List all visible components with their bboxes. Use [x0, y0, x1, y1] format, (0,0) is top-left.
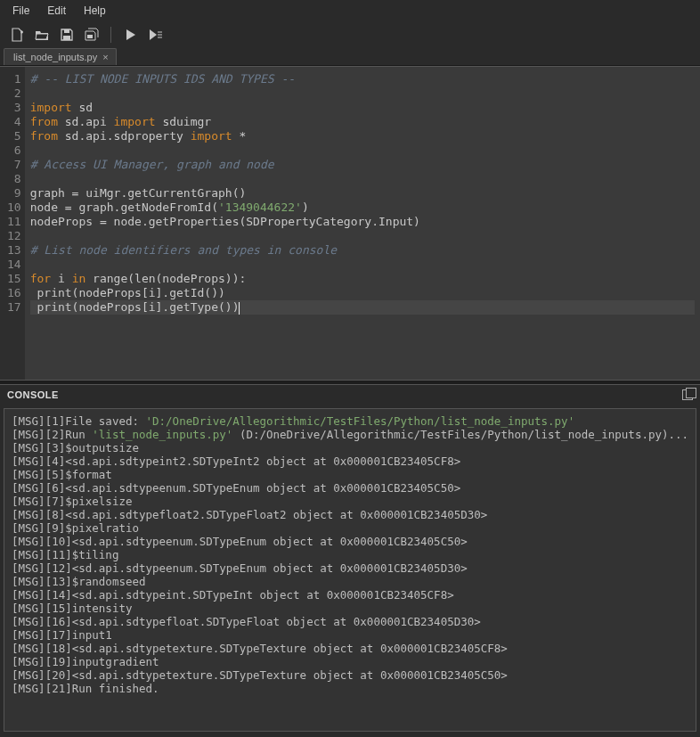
- gutter: 1234567891011121314151617: [0, 67, 25, 380]
- console-line: [MSG][11]$tiling: [12, 548, 688, 561]
- svg-rect-2: [87, 35, 93, 38]
- code-line[interactable]: # List node identifiers and types in con…: [30, 243, 695, 258]
- console-line: [MSG][16]<sd.api.sdtypefloat.SDTypeFloat…: [12, 615, 688, 628]
- save-icon[interactable]: [59, 27, 75, 43]
- console-title: CONSOLE: [7, 389, 59, 400]
- console-line: [MSG][3]$outputsize: [12, 441, 688, 454]
- run-selected-icon[interactable]: [147, 27, 163, 43]
- code-line[interactable]: nodeProps = node.getProperties(SDPropert…: [30, 215, 695, 229]
- code-line[interactable]: for i in range(len(nodeProps)):: [30, 272, 695, 286]
- line-number: 1: [7, 72, 21, 86]
- console-line: [MSG][10]<sd.api.sdtypeenum.SDTypeEnum o…: [12, 535, 688, 548]
- line-number: 4: [7, 115, 21, 129]
- console-line: [MSG][18]<sd.api.sdtypetexture.SDTypeTex…: [12, 642, 688, 655]
- line-number: 10: [7, 201, 21, 215]
- line-number: 14: [7, 258, 21, 272]
- line-number: 7: [7, 158, 21, 172]
- console-line: [MSG][8]<sd.api.sdtypefloat2.SDTypeFloat…: [12, 508, 688, 521]
- console-line: [MSG][5]$format: [12, 468, 688, 481]
- line-number: 8: [7, 172, 21, 186]
- console-line: [MSG][12]<sd.api.sdtypeenum.SDTypeEnum o…: [12, 561, 688, 575]
- code-line[interactable]: [30, 229, 695, 243]
- toolbar-separator: [110, 27, 111, 43]
- line-number: 15: [7, 272, 21, 286]
- line-number: 6: [7, 143, 21, 158]
- console-line: [MSG][15]intensity: [12, 602, 688, 615]
- caret: [239, 302, 240, 315]
- code-editor[interactable]: 1234567891011121314151617 # -- LIST NODE…: [0, 66, 700, 380]
- line-number: 5: [7, 129, 21, 143]
- code-line[interactable]: [30, 86, 695, 101]
- console-line: [MSG][9]$pixelratio: [12, 521, 688, 535]
- new-file-icon[interactable]: [9, 27, 25, 43]
- console-line: [MSG][2]Run 'list_node_inputs.py' (D:/On…: [12, 428, 688, 441]
- line-number: 11: [7, 215, 21, 229]
- code-line[interactable]: import sd: [30, 101, 695, 115]
- console-line: [MSG][14]<sd.api.sdtypeint.SDTypeInt obj…: [12, 588, 688, 602]
- code-line[interactable]: print(nodeProps[i].getId()): [30, 286, 695, 300]
- code-area[interactable]: # -- LIST NODE INPUTS IDS AND TYPES --im…: [25, 67, 700, 380]
- line-number: 2: [7, 86, 21, 101]
- toolbar: [0, 21, 700, 48]
- line-number: 3: [7, 101, 21, 115]
- console-line: [MSG][13]$randomseed: [12, 575, 688, 588]
- code-line[interactable]: print(nodeProps[i].getType()): [30, 300, 695, 315]
- code-line[interactable]: [30, 143, 695, 158]
- svg-rect-1: [63, 36, 70, 40]
- save-all-icon[interactable]: [84, 27, 100, 43]
- code-line[interactable]: from sd.api.sdproperty import *: [30, 129, 695, 143]
- console-line: [MSG][4]<sd.api.sdtypeint2.SDTypeInt2 ob…: [12, 454, 688, 468]
- code-line[interactable]: node = graph.getNodeFromId('1349044622'): [30, 201, 695, 215]
- menu-help[interactable]: Help: [75, 2, 115, 20]
- svg-rect-0: [64, 29, 69, 33]
- line-number: 13: [7, 243, 21, 258]
- line-number: 9: [7, 186, 21, 201]
- menu-bar: File Edit Help: [0, 0, 700, 21]
- line-number: 12: [7, 229, 21, 243]
- line-number: 17: [7, 300, 21, 315]
- code-line[interactable]: [30, 172, 695, 186]
- code-line[interactable]: # -- LIST NODE INPUTS IDS AND TYPES --: [30, 72, 695, 86]
- console-line: [MSG][1]File saved: 'D:/OneDrive/Allegor…: [12, 414, 688, 428]
- tab-label: list_node_inputs.py: [13, 52, 97, 62]
- code-line[interactable]: graph = uiMgr.getCurrentGraph(): [30, 186, 695, 201]
- line-number: 16: [7, 286, 21, 300]
- menu-file[interactable]: File: [4, 2, 38, 20]
- run-icon[interactable]: [122, 27, 138, 43]
- code-line[interactable]: [30, 258, 695, 272]
- console-header: CONSOLE: [0, 385, 700, 405]
- console-line: [MSG][17]input1: [12, 628, 688, 642]
- tab-bar: list_node_inputs.py ×: [0, 48, 700, 66]
- restore-icon[interactable]: [682, 389, 693, 400]
- console-line: [MSG][21]Run finished.: [12, 682, 688, 695]
- console-line: [MSG][7]$pixelsize: [12, 495, 688, 508]
- menu-edit[interactable]: Edit: [38, 2, 75, 20]
- console-output[interactable]: [MSG][1]File saved: 'D:/OneDrive/Allegor…: [4, 408, 696, 732]
- code-line[interactable]: from sd.api import sduimgr: [30, 115, 695, 129]
- console-line: [MSG][19]inputgradient: [12, 655, 688, 668]
- console-line: [MSG][20]<sd.api.sdtypetexture.SDTypeTex…: [12, 668, 688, 682]
- close-icon[interactable]: ×: [102, 52, 108, 62]
- code-line[interactable]: # Access UI Manager, graph and node: [30, 158, 695, 172]
- open-folder-icon[interactable]: [34, 27, 50, 43]
- tab-list-node-inputs[interactable]: list_node_inputs.py ×: [4, 48, 117, 65]
- console-line: [MSG][6]<sd.api.sdtypeenum.SDTypeEnum ob…: [12, 481, 688, 495]
